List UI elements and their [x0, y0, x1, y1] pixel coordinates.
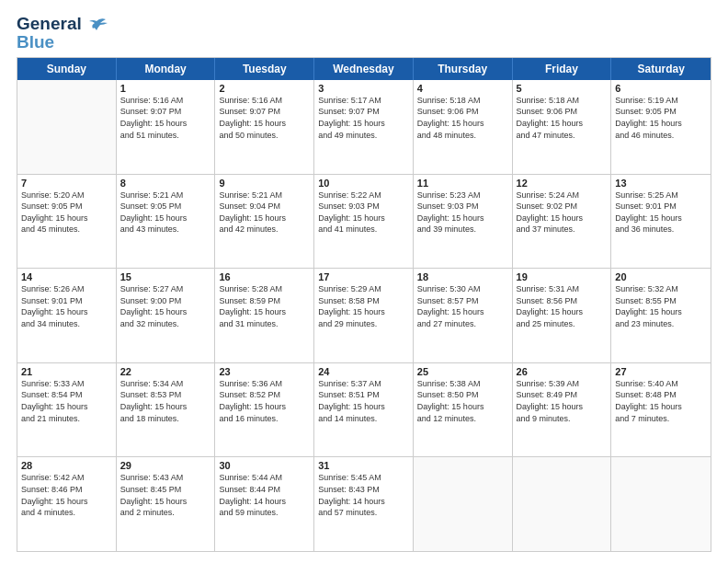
cell-daylight-info: Sunrise: 5:36 AM Sunset: 8:52 PM Dayligh… [219, 378, 310, 424]
cell-day-number: 16 [219, 271, 310, 282]
cell-day-number: 7 [21, 178, 112, 189]
calendar-cell: 5Sunrise: 5:18 AM Sunset: 9:06 PM Daylig… [513, 80, 612, 174]
cell-day-number: 19 [517, 271, 608, 282]
cell-day-number: 20 [615, 271, 707, 282]
cell-daylight-info: Sunrise: 5:20 AM Sunset: 9:05 PM Dayligh… [21, 190, 112, 236]
cell-day-number: 12 [517, 178, 608, 189]
cell-daylight-info: Sunrise: 5:30 AM Sunset: 8:57 PM Dayligh… [417, 283, 508, 329]
calendar-week-row: 1Sunrise: 5:16 AM Sunset: 9:07 PM Daylig… [17, 80, 711, 175]
weekday-header: Friday [513, 58, 612, 80]
cell-daylight-info: Sunrise: 5:39 AM Sunset: 8:49 PM Dayligh… [517, 378, 608, 424]
cell-daylight-info: Sunrise: 5:16 AM Sunset: 9:07 PM Dayligh… [120, 95, 211, 141]
calendar-cell: 19Sunrise: 5:31 AM Sunset: 8:56 PM Dayli… [513, 269, 612, 362]
cell-daylight-info: Sunrise: 5:17 AM Sunset: 9:07 PM Dayligh… [318, 95, 409, 141]
cell-day-number: 18 [417, 271, 508, 282]
calendar-cell: 2Sunrise: 5:16 AM Sunset: 9:07 PM Daylig… [215, 80, 314, 174]
cell-day-number: 11 [417, 178, 508, 189]
cell-day-number: 6 [615, 83, 707, 94]
calendar-cell: 14Sunrise: 5:26 AM Sunset: 9:01 PM Dayli… [17, 269, 117, 362]
calendar-cell: 21Sunrise: 5:33 AM Sunset: 8:54 PM Dayli… [17, 363, 117, 457]
calendar-body: 1Sunrise: 5:16 AM Sunset: 9:07 PM Daylig… [17, 80, 711, 552]
cell-day-number: 29 [120, 460, 211, 471]
cell-day-number: 26 [517, 366, 608, 377]
calendar-week-row: 14Sunrise: 5:26 AM Sunset: 9:01 PM Dayli… [17, 269, 711, 363]
calendar-cell [513, 457, 612, 551]
cell-daylight-info: Sunrise: 5:43 AM Sunset: 8:45 PM Dayligh… [120, 472, 211, 518]
cell-daylight-info: Sunrise: 5:28 AM Sunset: 8:59 PM Dayligh… [219, 283, 310, 329]
cell-day-number: 10 [318, 178, 409, 189]
cell-daylight-info: Sunrise: 5:18 AM Sunset: 9:06 PM Dayligh… [517, 95, 608, 141]
calendar-cell: 8Sunrise: 5:21 AM Sunset: 9:05 PM Daylig… [117, 175, 216, 269]
cell-daylight-info: Sunrise: 5:33 AM Sunset: 8:54 PM Dayligh… [21, 378, 112, 424]
calendar-cell: 6Sunrise: 5:19 AM Sunset: 9:05 PM Daylig… [611, 80, 711, 174]
cell-daylight-info: Sunrise: 5:32 AM Sunset: 8:55 PM Dayligh… [615, 283, 707, 329]
weekday-header: Sunday [17, 58, 117, 80]
cell-daylight-info: Sunrise: 5:29 AM Sunset: 8:58 PM Dayligh… [318, 283, 409, 329]
cell-daylight-info: Sunrise: 5:37 AM Sunset: 8:51 PM Dayligh… [318, 378, 409, 424]
cell-day-number: 28 [21, 460, 112, 471]
cell-day-number: 1 [120, 83, 211, 94]
cell-day-number: 25 [417, 366, 508, 377]
calendar-cell: 30Sunrise: 5:44 AM Sunset: 8:44 PM Dayli… [215, 457, 314, 551]
calendar-cell: 25Sunrise: 5:38 AM Sunset: 8:50 PM Dayli… [414, 363, 513, 457]
calendar-cell: 28Sunrise: 5:42 AM Sunset: 8:46 PM Dayli… [17, 457, 117, 551]
cell-day-number: 30 [219, 460, 310, 471]
calendar-header: SundayMondayTuesdayWednesdayThursdayFrid… [17, 58, 711, 80]
page: GeneralBlue SundayMondayTuesdayWednesday… [0, 0, 728, 563]
cell-daylight-info: Sunrise: 5:18 AM Sunset: 9:06 PM Dayligh… [417, 95, 508, 141]
cell-daylight-info: Sunrise: 5:26 AM Sunset: 9:01 PM Dayligh… [21, 283, 112, 329]
cell-daylight-info: Sunrise: 5:45 AM Sunset: 8:43 PM Dayligh… [318, 472, 409, 518]
weekday-header: Monday [117, 58, 216, 80]
calendar-cell: 13Sunrise: 5:25 AM Sunset: 9:01 PM Dayli… [611, 175, 711, 269]
cell-daylight-info: Sunrise: 5:44 AM Sunset: 8:44 PM Dayligh… [219, 472, 310, 518]
cell-daylight-info: Sunrise: 5:25 AM Sunset: 9:01 PM Dayligh… [615, 190, 707, 236]
weekday-header: Saturday [611, 58, 711, 80]
calendar-cell: 1Sunrise: 5:16 AM Sunset: 9:07 PM Daylig… [117, 80, 216, 174]
cell-daylight-info: Sunrise: 5:31 AM Sunset: 8:56 PM Dayligh… [517, 283, 608, 329]
cell-daylight-info: Sunrise: 5:24 AM Sunset: 9:02 PM Dayligh… [517, 190, 608, 236]
cell-daylight-info: Sunrise: 5:23 AM Sunset: 9:03 PM Dayligh… [417, 190, 508, 236]
calendar-cell: 31Sunrise: 5:45 AM Sunset: 8:43 PM Dayli… [314, 457, 414, 551]
cell-day-number: 24 [318, 366, 409, 377]
calendar-week-row: 21Sunrise: 5:33 AM Sunset: 8:54 PM Dayli… [17, 363, 711, 458]
cell-day-number: 5 [517, 83, 608, 94]
calendar-cell: 20Sunrise: 5:32 AM Sunset: 8:55 PM Dayli… [611, 269, 711, 362]
calendar-cell: 22Sunrise: 5:34 AM Sunset: 8:53 PM Dayli… [117, 363, 216, 457]
calendar-cell: 27Sunrise: 5:40 AM Sunset: 8:48 PM Dayli… [611, 363, 711, 457]
cell-day-number: 2 [219, 83, 310, 94]
cell-daylight-info: Sunrise: 5:34 AM Sunset: 8:53 PM Dayligh… [120, 378, 211, 424]
calendar-cell: 12Sunrise: 5:24 AM Sunset: 9:02 PM Dayli… [513, 175, 612, 269]
calendar-cell: 10Sunrise: 5:22 AM Sunset: 9:03 PM Dayli… [314, 175, 414, 269]
logo-bird-icon [85, 17, 109, 36]
cell-daylight-info: Sunrise: 5:42 AM Sunset: 8:46 PM Dayligh… [21, 472, 112, 518]
cell-day-number: 31 [318, 460, 409, 471]
calendar-cell: 4Sunrise: 5:18 AM Sunset: 9:06 PM Daylig… [414, 80, 513, 174]
calendar-cell: 23Sunrise: 5:36 AM Sunset: 8:52 PM Dayli… [215, 363, 314, 457]
cell-daylight-info: Sunrise: 5:16 AM Sunset: 9:07 PM Dayligh… [219, 95, 310, 141]
calendar-cell [17, 80, 117, 174]
cell-day-number: 9 [219, 178, 310, 189]
cell-day-number: 3 [318, 83, 409, 94]
calendar-cell: 29Sunrise: 5:43 AM Sunset: 8:45 PM Dayli… [117, 457, 216, 551]
weekday-header: Wednesday [314, 58, 414, 80]
cell-day-number: 13 [615, 178, 707, 189]
logo: GeneralBlue [17, 15, 109, 52]
cell-daylight-info: Sunrise: 5:19 AM Sunset: 9:05 PM Dayligh… [615, 95, 707, 141]
calendar-cell: 3Sunrise: 5:17 AM Sunset: 9:07 PM Daylig… [314, 80, 414, 174]
cell-day-number: 27 [615, 366, 707, 377]
calendar-cell [611, 457, 711, 551]
calendar-cell: 15Sunrise: 5:27 AM Sunset: 9:00 PM Dayli… [117, 269, 216, 362]
cell-day-number: 4 [417, 83, 508, 94]
cell-daylight-info: Sunrise: 5:21 AM Sunset: 9:04 PM Dayligh… [219, 190, 310, 236]
calendar-week-row: 28Sunrise: 5:42 AM Sunset: 8:46 PM Dayli… [17, 457, 711, 552]
calendar-cell: 7Sunrise: 5:20 AM Sunset: 9:05 PM Daylig… [17, 175, 117, 269]
calendar-cell: 11Sunrise: 5:23 AM Sunset: 9:03 PM Dayli… [414, 175, 513, 269]
cell-day-number: 14 [21, 271, 112, 282]
header: GeneralBlue [17, 15, 711, 52]
logo-text: GeneralBlue [17, 15, 82, 52]
cell-daylight-info: Sunrise: 5:21 AM Sunset: 9:05 PM Dayligh… [120, 190, 211, 236]
calendar-cell: 16Sunrise: 5:28 AM Sunset: 8:59 PM Dayli… [215, 269, 314, 362]
weekday-header: Tuesday [215, 58, 314, 80]
calendar-cell: 18Sunrise: 5:30 AM Sunset: 8:57 PM Dayli… [414, 269, 513, 362]
calendar-cell [414, 457, 513, 551]
